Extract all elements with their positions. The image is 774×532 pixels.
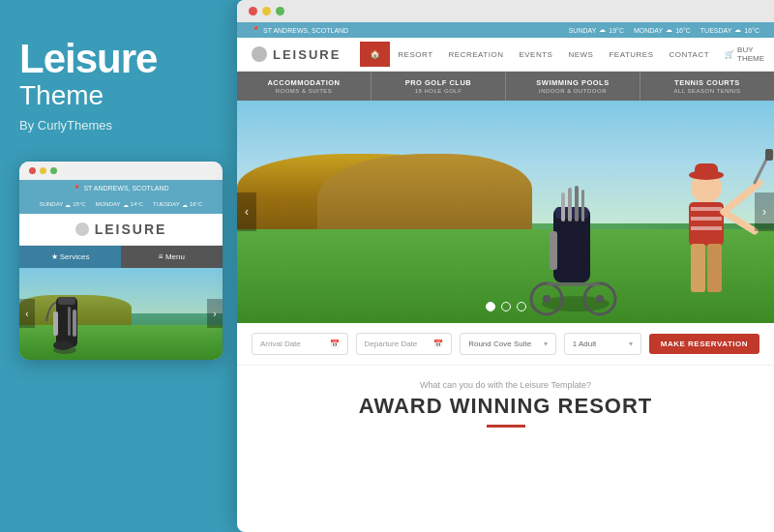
desktop-weather-bar: SUNDAY ☁ 19°C MONDAY ☁ 16°C TUESDAY ☁ 16… [569, 26, 759, 34]
cart-icon: 🛒 [725, 50, 734, 59]
hero-dot-3[interactable] [517, 302, 526, 311]
arrival-date-input[interactable]: Arrival Date 📅 [252, 333, 348, 355]
nav-news-button[interactable]: NEWS [560, 43, 601, 67]
calendar-icon: 📅 [433, 340, 443, 348]
mobile-logo-text: LEISURE [95, 222, 167, 237]
svg-point-6 [53, 340, 73, 350]
cloud-icon: ☁ [599, 26, 606, 34]
mobile-prev-button[interactable]: ‹ [19, 299, 35, 328]
footer-underline [487, 425, 525, 428]
desktop-logo-text: LEISURE [273, 47, 341, 62]
sub-nav-pools[interactable]: SWIMMING POOLS INDOOR & OUTDOOR [506, 72, 640, 101]
nav-home-button[interactable]: 🏠 [360, 42, 390, 67]
desktop-next-button[interactable]: › [755, 192, 774, 231]
mobile-nav-bar: ★ Services ≡ Menu [19, 246, 223, 268]
weather-tuesday: TUESDAY ☁ 16°C [700, 26, 759, 34]
svg-rect-25 [691, 226, 722, 230]
desktop-top-bar [237, 0, 774, 22]
mobile-location-bar: 📍 ST ANDREWS, SCOTLAND [19, 180, 223, 197]
departure-date-input[interactable]: Departure Date 📅 [356, 333, 453, 355]
footer-headline: AWARD WINNING RESORT [252, 394, 759, 419]
desktop-hero: ‹ › [237, 101, 774, 323]
desktop-nav: LEISURE 🏠 RESORT RECREATION EVENTS NEWS … [237, 38, 774, 72]
svg-line-29 [724, 212, 755, 231]
svg-rect-31 [765, 149, 773, 161]
cloud-icon: ☁ [734, 26, 741, 34]
svg-rect-18 [568, 188, 572, 222]
mobile-dot-green [50, 167, 57, 174]
svg-rect-19 [575, 186, 579, 222]
mobile-weather-bar: SUNDAY ☁ 15°C MONDAY ☁ 14°C TUESDAY ☁ 16… [19, 197, 223, 214]
mobile-services-button[interactable]: ★ Services [19, 246, 121, 268]
chevron-down-icon: ▾ [629, 340, 633, 348]
sub-nav-golf[interactable]: PRO GOLF CLUB 18 HOLE GOLF [372, 72, 506, 101]
chevron-down-icon: ▾ [544, 340, 548, 348]
suite-label: Round Cove Suite [468, 340, 531, 348]
desktop-dot-yellow [262, 7, 271, 15]
svg-rect-5 [68, 307, 71, 336]
arrival-placeholder: Arrival Date [260, 340, 301, 348]
svg-rect-23 [691, 207, 722, 211]
svg-rect-17 [561, 192, 565, 222]
nav-contact-button[interactable]: CONTACT [662, 43, 718, 67]
desktop-logo-circle [252, 46, 267, 62]
sub-nav-accommodation[interactable]: ACCOMMODATION ROOMS & SUITES [237, 72, 372, 101]
nav-resort-button[interactable]: RESORT [390, 43, 440, 67]
nav-features-button[interactable]: FEATURES [601, 43, 661, 67]
sub-nav-tennis[interactable]: TENNIS COURTS ALL SEASON TENNIS [640, 72, 774, 101]
cloud-icon: ☁ [65, 201, 71, 208]
left-panel: Leisure Theme By CurlyThemes 📍 ST ANDREW… [0, 0, 240, 532]
mobile-dot-red [29, 167, 36, 174]
mobile-menu-button[interactable]: ≡ Menu [121, 246, 223, 268]
suite-select[interactable]: Round Cove Suite ▾ [460, 333, 556, 355]
svg-rect-16 [550, 231, 557, 270]
svg-rect-26 [691, 244, 705, 292]
mobile-location-icon: 📍 [73, 185, 81, 192]
make-reservation-button[interactable]: Make Reservation [649, 334, 759, 354]
mobile-dot-yellow [40, 167, 46, 174]
weather-sunday: SUNDAY ☁ 19°C [569, 26, 624, 34]
footer-tagline: What can you do with the Leisure Templat… [252, 380, 759, 390]
mobile-mockup: 📍 ST ANDREWS, SCOTLAND SUNDAY ☁ 15°C MON… [19, 162, 223, 360]
nav-events-button[interactable]: EVENTS [511, 43, 560, 67]
adults-select[interactable]: 1 Adult ▾ [564, 333, 641, 355]
svg-rect-3 [53, 311, 58, 336]
desktop-logo: LEISURE [252, 39, 341, 70]
subtitle-text: Theme [19, 79, 221, 112]
cloud-icon: ☁ [182, 201, 188, 208]
mobile-hero: ‹ › [19, 268, 223, 360]
desktop-mockup: 📍 ST ANDREWS, SCOTLAND SUNDAY ☁ 19°C MON… [237, 0, 774, 532]
svg-rect-2 [58, 297, 75, 305]
location-text: ST ANDREWS, SCOTLAND [263, 27, 348, 34]
theme-title: Leisure Theme By CurlyThemes [19, 39, 221, 133]
weather-monday: MONDAY ☁ 16°C [634, 26, 691, 34]
svg-rect-4 [73, 310, 76, 337]
mobile-location-text: ST ANDREWS, SCOTLAND [83, 185, 168, 192]
mobile-weather-sunday: SUNDAY ☁ 15°C [40, 201, 86, 208]
svg-point-9 [543, 295, 551, 303]
footer-section: What can you do with the Leisure Templat… [237, 366, 774, 442]
hero-dot-1[interactable] [486, 302, 495, 311]
cloud-icon: ☁ [123, 201, 129, 208]
mobile-weather-tuesday: TUESDAY ☁ 16°C [153, 201, 202, 208]
mobile-next-button[interactable]: › [207, 299, 223, 328]
hero-dot-2[interactable] [501, 302, 511, 311]
cloud-icon: ☁ [666, 26, 672, 34]
mobile-logo-bar: LEISURE [19, 214, 223, 246]
desktop-dot-green [276, 7, 284, 15]
nav-buy-button[interactable]: 🛒 BUY THEME [717, 38, 772, 71]
departure-placeholder: Departure Date [365, 340, 418, 348]
golf-scene-svg [484, 110, 774, 323]
booking-bar: Arrival Date 📅 Departure Date 📅 Round Co… [237, 323, 774, 366]
golf-bag-icon [39, 282, 92, 355]
adults-label: 1 Adult [573, 340, 596, 348]
location-icon: 📍 [252, 26, 260, 34]
author-text: By CurlyThemes [19, 118, 221, 133]
nav-recreation-button[interactable]: RECREATION [441, 43, 512, 67]
mobile-logo-circle [75, 222, 89, 236]
desktop-dot-red [249, 7, 257, 15]
desktop-prev-button[interactable]: ‹ [237, 192, 256, 231]
desktop-info-bar: 📍 ST ANDREWS, SCOTLAND SUNDAY ☁ 19°C MON… [237, 22, 774, 38]
svg-rect-27 [707, 244, 722, 292]
calendar-icon: 📅 [330, 340, 340, 348]
